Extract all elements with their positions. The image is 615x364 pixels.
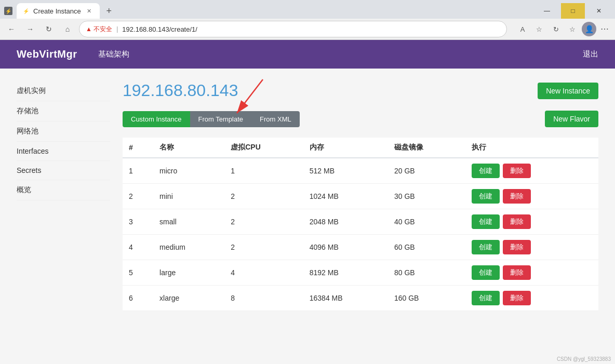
create-button[interactable]: 创建 bbox=[472, 164, 500, 178]
cell-name: small bbox=[153, 209, 224, 235]
cell-vcpu: 8 bbox=[224, 286, 303, 311]
active-tab[interactable]: ⚡ Create Instance ✕ bbox=[17, 3, 100, 19]
delete-button[interactable]: 删除 bbox=[503, 265, 531, 280]
content-area: 192.168.80.143 New Instance Custom Insta… bbox=[110, 81, 598, 311]
action-buttons: 创建 删除 bbox=[472, 214, 592, 229]
sidebar-item-overview[interactable]: 概览 bbox=[17, 180, 110, 200]
cell-vcpu: 2 bbox=[224, 209, 303, 235]
cell-name: micro bbox=[153, 158, 224, 184]
refresh-button[interactable]: ↻ bbox=[42, 22, 56, 36]
new-tab-button[interactable]: + bbox=[102, 4, 116, 18]
cell-name: large bbox=[153, 260, 224, 286]
sidebar-item-interfaces[interactable]: Interfaces bbox=[17, 142, 110, 161]
delete-button[interactable]: 删除 bbox=[503, 189, 531, 204]
close-button[interactable]: ✕ bbox=[587, 3, 611, 19]
back-button[interactable]: ← bbox=[4, 22, 19, 36]
url-separator: | bbox=[116, 25, 118, 33]
col-header-disk: 磁盘镜像 bbox=[388, 138, 465, 158]
profile-icon[interactable]: 👤 bbox=[582, 22, 596, 36]
sidebar-item-instances[interactable]: 虚机实例 bbox=[17, 81, 110, 101]
create-button[interactable]: 创建 bbox=[472, 291, 500, 305]
translate-icon[interactable]: A bbox=[515, 22, 530, 36]
cell-memory: 2048 MB bbox=[303, 209, 388, 235]
create-button[interactable]: 创建 bbox=[472, 214, 500, 229]
tab-from-template[interactable]: From Template bbox=[190, 111, 251, 127]
cell-vcpu: 4 bbox=[224, 260, 303, 286]
cell-disk: 20 GB bbox=[388, 158, 465, 184]
cell-id: 4 bbox=[123, 235, 153, 260]
app-header: WebVirtMgr 基础架构 退出 bbox=[0, 40, 615, 69]
cell-id: 3 bbox=[123, 209, 153, 235]
col-header-name: 名称 bbox=[153, 138, 224, 158]
create-button[interactable]: 创建 bbox=[472, 240, 500, 254]
tab-favicon: ⚡ bbox=[23, 8, 29, 14]
cell-actions: 创建 删除 bbox=[465, 286, 598, 311]
cell-disk: 40 GB bbox=[388, 209, 465, 235]
cell-id: 6 bbox=[123, 286, 153, 311]
table-row: 3 small 2 2048 MB 40 GB 创建 删除 bbox=[123, 209, 598, 235]
refresh-icon[interactable]: ↻ bbox=[549, 22, 563, 36]
page-title: 192.168.80.143 bbox=[123, 81, 238, 100]
delete-button[interactable]: 删除 bbox=[503, 214, 531, 229]
url-text: 192.168.80.143/create/1/ bbox=[122, 25, 500, 33]
cell-vcpu: 2 bbox=[224, 184, 303, 209]
delete-button[interactable]: 删除 bbox=[503, 240, 531, 254]
cell-memory: 1024 MB bbox=[303, 184, 388, 209]
action-buttons: 创建 删除 bbox=[472, 240, 592, 254]
bookmark-icon[interactable]: ☆ bbox=[532, 22, 546, 36]
logout-button[interactable]: 退出 bbox=[583, 49, 598, 59]
cell-memory: 4096 MB bbox=[303, 235, 388, 260]
forward-button[interactable]: → bbox=[23, 22, 37, 36]
main-content: 虚机实例 存储池 网络池 Interfaces Secrets 概览 192.1… bbox=[0, 69, 615, 323]
table-row: 5 large 4 8192 MB 80 GB 创建 删除 bbox=[123, 260, 598, 286]
new-instance-button[interactable]: New Instance bbox=[538, 83, 598, 99]
address-box[interactable]: ▲ 不安全 | 192.168.80.143/create/1/ bbox=[79, 21, 507, 37]
tab-from-xml[interactable]: From XML bbox=[251, 111, 300, 127]
window-controls: — □ ✕ bbox=[535, 3, 611, 19]
cell-disk: 60 GB bbox=[388, 235, 465, 260]
cell-actions: 创建 删除 bbox=[465, 184, 598, 209]
sidebar-item-secrets[interactable]: Secrets bbox=[17, 161, 110, 180]
table-row: 1 micro 1 512 MB 20 GB 创建 删除 bbox=[123, 158, 598, 184]
delete-button[interactable]: 删除 bbox=[503, 291, 531, 305]
content-header: 192.168.80.143 New Instance bbox=[123, 81, 598, 100]
home-button[interactable]: ⌂ bbox=[60, 22, 75, 36]
browser-chrome: ⚡ ⚡ Create Instance ✕ + — □ ✕ ← → ↻ ⌂ ▲ … bbox=[0, 0, 615, 40]
profile-avatar[interactable]: 👤 bbox=[582, 22, 596, 36]
sidebar-item-network[interactable]: 网络池 bbox=[17, 122, 110, 142]
tab-label: Create Instance bbox=[33, 7, 81, 15]
sidebar-item-storage[interactable]: 存储池 bbox=[17, 101, 110, 122]
col-header-id: # bbox=[123, 138, 153, 158]
cell-disk: 30 GB bbox=[388, 184, 465, 209]
more-button[interactable]: ⋯ bbox=[598, 22, 611, 36]
tab-custom-instance[interactable]: Custom Instance bbox=[123, 111, 190, 127]
maximize-button[interactable]: □ bbox=[561, 3, 585, 19]
app-brand: WebVirtMgr bbox=[17, 48, 77, 60]
cell-disk: 160 GB bbox=[388, 286, 465, 311]
delete-button[interactable]: 删除 bbox=[503, 164, 531, 178]
security-warning: ▲ 不安全 bbox=[86, 25, 112, 34]
flavor-table: # 名称 虚拟CPU 内存 磁盘镜像 执行 1 micro 1 512 MB 2… bbox=[123, 138, 598, 311]
action-buttons: 创建 删除 bbox=[472, 164, 592, 178]
cell-id: 5 bbox=[123, 260, 153, 286]
table-row: 4 medium 2 4096 MB 60 GB 创建 删除 bbox=[123, 235, 598, 260]
extension-icon[interactable]: ☆ bbox=[565, 22, 580, 36]
cell-id: 1 bbox=[123, 158, 153, 184]
nav-infrastructure[interactable]: 基础架构 bbox=[98, 49, 129, 59]
col-header-memory: 内存 bbox=[303, 138, 388, 158]
tab-bar: ⚡ ⚡ Create Instance ✕ + — □ ✕ bbox=[0, 0, 615, 19]
cell-memory: 512 MB bbox=[303, 158, 388, 184]
cell-vcpu: 2 bbox=[224, 235, 303, 260]
minimize-button[interactable]: — bbox=[535, 3, 559, 19]
cell-disk: 80 GB bbox=[388, 260, 465, 286]
new-flavor-button[interactable]: New Flavor bbox=[545, 111, 598, 127]
create-button[interactable]: 创建 bbox=[472, 265, 500, 280]
tab-close-button[interactable]: ✕ bbox=[85, 7, 93, 15]
table-row: 6 xlarge 8 16384 MB 160 GB 创建 删除 bbox=[123, 286, 598, 311]
sidebar: 虚机实例 存储池 网络池 Interfaces Secrets 概览 bbox=[17, 81, 110, 311]
cell-name: mini bbox=[153, 184, 224, 209]
browser-icon: ⚡ bbox=[4, 7, 12, 15]
action-buttons: 创建 删除 bbox=[472, 265, 592, 280]
create-button[interactable]: 创建 bbox=[472, 189, 500, 204]
col-header-vcpu: 虚拟CPU bbox=[224, 138, 303, 158]
